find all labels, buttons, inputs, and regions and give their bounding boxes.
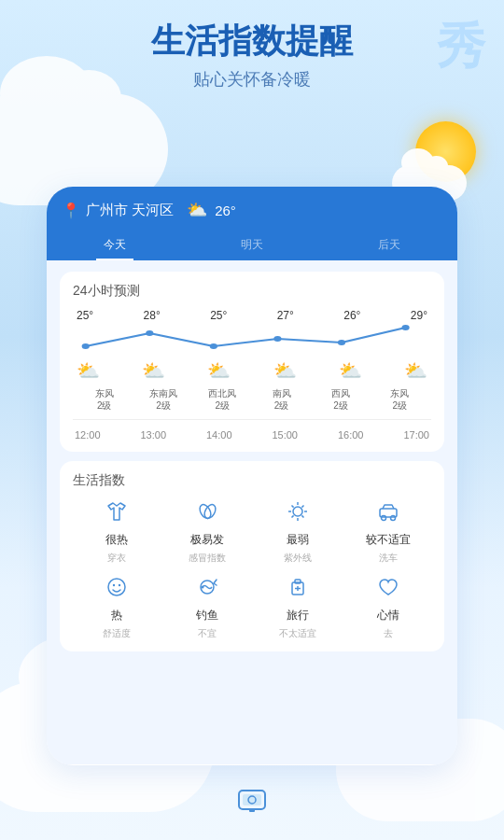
wind-dir-1: 东南风2级 [149,387,177,412]
forecast-temp-4: 26° [343,309,360,322]
cold-icon [194,498,220,528]
comfort-icon [104,574,130,604]
forecast-temp-1: 28° [144,309,161,322]
svg-point-19 [390,516,395,521]
card-header: 📍 广州市 天河区 ⛅ 26° [47,187,457,230]
weather-icon-1: ⛅ [142,359,165,382]
life-index-section-title: 生活指数 [73,472,431,489]
forecast-item-2: 西北风2级 [193,387,252,412]
svg-point-18 [381,516,385,521]
svg-point-4 [338,340,345,345]
svg-point-3 [273,336,281,342]
forecast-item-5: 东风2级 [371,387,429,412]
life-item-mood: 心情 去 [344,574,431,640]
temperature-chart [73,326,431,354]
svg-rect-26 [295,580,301,583]
wind-dir-5: 东风2级 [390,387,409,412]
cold-label: 感冒指数 [189,552,226,565]
wind-dir-3: 南风2级 [273,387,291,412]
wind-dir-2: 西北风2级 [208,387,236,412]
card-body: 24小时预测 25° 28° 25° 27° 26° 29° [47,260,457,764]
mood-value: 心情 [377,608,399,623]
mood-label: 去 [384,627,393,640]
life-item-comfort: 热 舒适度 [73,574,160,640]
svg-line-15 [301,506,303,508]
forecast-temp-5: 29° [411,309,427,322]
clothing-value: 很热 [105,532,128,548]
life-index-section: 生活指数 很热 穿衣 [60,461,444,651]
travel-value: 旅行 [287,608,309,623]
time-4: 16:00 [338,429,364,441]
life-item-carwash: 较不适宜 洗车 [344,498,431,565]
svg-point-1 [146,330,153,336]
life-item-fishing: 钓鱼 不宜 [163,574,250,640]
svg-point-5 [401,325,409,330]
travel-label: 不太适宜 [279,627,316,640]
header-subtitle: 贴心关怀备冷暖 [0,68,504,91]
forecast-temp-3: 27° [277,309,294,322]
clothing-icon [104,498,130,528]
bottom-bar [0,765,504,840]
time-5: 17:00 [403,429,429,441]
cold-value: 极易发 [190,532,224,548]
uv-icon [285,498,311,528]
current-temperature: 26° [215,203,236,218]
clothing-label: 穿衣 [107,552,126,565]
app-bottom-icon[interactable] [235,783,269,823]
comfort-label: 舒适度 [103,627,131,640]
svg-point-20 [108,579,125,595]
location-pin-icon: 📍 [62,202,80,219]
tab-today[interactable]: 今天 [96,233,133,260]
life-index-grid: 很热 穿衣 极易发 感冒指数 [73,498,431,640]
fishing-icon [194,574,220,604]
time-2: 14:00 [206,429,232,441]
weather-icon-0: ⛅ [77,359,100,382]
life-item-clothing: 很热 穿衣 [73,498,160,565]
weather-icon-5: ⛅ [404,359,427,382]
forecast-section-title: 24小时预测 [73,283,431,300]
svg-line-14 [301,515,303,517]
mood-icon [375,574,401,604]
forecast-tabs: 今天 明天 后天 [47,230,457,260]
svg-rect-31 [249,809,255,812]
wind-dir-0: 东风2级 [95,387,114,412]
travel-icon [285,574,311,604]
svg-point-24 [201,586,203,589]
header-title-part2: 提醒 [286,21,353,60]
forecast-item-0: 东风2级 [75,387,133,412]
life-item-cold: 极易发 感冒指数 [163,498,250,565]
weather-icon-4: ⛅ [339,359,362,382]
svg-point-2 [210,343,217,349]
carwash-value: 较不适宜 [366,532,411,548]
tab-tomorrow[interactable]: 明天 [233,233,271,260]
carwash-icon [375,498,401,528]
time-1: 13:00 [140,429,166,441]
svg-point-21 [112,584,114,586]
forecast-temp-0: 25° [77,309,93,322]
svg-point-8 [293,507,302,516]
tab-day-after[interactable]: 后天 [371,233,408,260]
uv-value: 最弱 [287,532,309,548]
svg-line-13 [291,506,293,508]
svg-point-22 [118,584,119,586]
comfort-value: 热 [111,608,122,623]
svg-point-0 [82,343,90,349]
current-weather-icon: ⛅ [187,200,207,220]
forecast-section: 24小时预测 25° 28° 25° 27° 26° 29° [60,272,444,452]
weather-icon-3: ⛅ [273,359,297,382]
header-title-part1: 生活指数 [151,21,286,60]
fishing-value: 钓鱼 [196,608,218,623]
uv-label: 紫外线 [284,552,312,565]
phone-card: 📍 广州市 天河区 ⛅ 26° 今天 明天 后天 24小时预测 25° 28° … [47,187,457,765]
svg-line-16 [291,515,293,517]
forecast-item-1: 东南风2级 [133,387,192,412]
header-section: 生活指数提醒 贴心关怀备冷暖 [0,19,504,91]
forecast-item-3: 南风2级 [252,387,311,412]
forecast-temp-2: 25° [210,309,227,322]
life-item-uv: 最弱 紫外线 [254,498,341,565]
forecast-item-4: 西风2级 [311,387,370,412]
weather-icon-2: ⛅ [207,359,231,382]
fishing-label: 不宜 [198,627,217,640]
time-0: 12:00 [75,429,101,441]
life-item-travel: 旅行 不太适宜 [254,574,341,640]
